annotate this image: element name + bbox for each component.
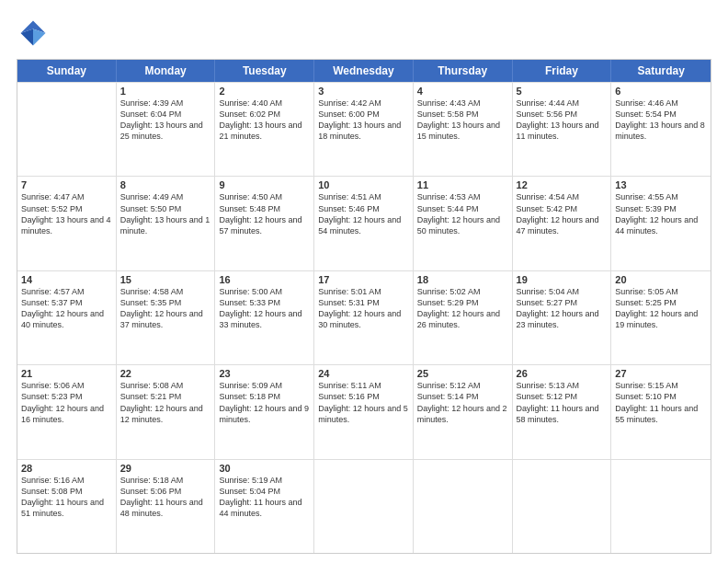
day-number: 14 (21, 274, 112, 285)
calendar-cell: 7Sunrise: 4:47 AMSunset: 5:52 PMDaylight… (17, 177, 117, 270)
calendar-week-row: 21Sunrise: 5:06 AMSunset: 5:23 PMDayligh… (17, 364, 711, 458)
calendar-cell: 15Sunrise: 4:58 AMSunset: 5:35 PMDayligh… (117, 271, 216, 364)
calendar-cell: 23Sunrise: 5:09 AMSunset: 5:18 PMDayligh… (215, 365, 314, 458)
day-number: 25 (417, 368, 508, 379)
calendar-cell: 30Sunrise: 5:19 AMSunset: 5:04 PMDayligh… (215, 460, 314, 553)
calendar-cell: 16Sunrise: 5:00 AMSunset: 5:33 PMDayligh… (215, 271, 314, 364)
calendar-cell: 19Sunrise: 5:04 AMSunset: 5:27 PMDayligh… (513, 271, 612, 364)
cell-info: Sunrise: 4:47 AMSunset: 5:52 PMDaylight:… (21, 191, 112, 236)
calendar-cell: 3Sunrise: 4:42 AMSunset: 6:00 PMDaylight… (314, 83, 414, 176)
cell-info: Sunrise: 4:58 AMSunset: 5:35 PMDaylight:… (120, 286, 211, 331)
cell-info: Sunrise: 5:01 AMSunset: 5:31 PMDaylight:… (318, 286, 409, 331)
day-number: 1 (120, 86, 211, 97)
cell-info: Sunrise: 5:18 AMSunset: 5:06 PMDaylight:… (120, 475, 211, 520)
calendar-cell: 11Sunrise: 4:53 AMSunset: 5:44 PMDayligh… (414, 177, 513, 270)
calendar-cell: 14Sunrise: 4:57 AMSunset: 5:37 PMDayligh… (17, 271, 117, 364)
day-number: 13 (615, 179, 707, 190)
calendar-cell: 6Sunrise: 4:46 AMSunset: 5:54 PMDaylight… (611, 83, 711, 176)
cell-info: Sunrise: 4:44 AMSunset: 5:56 PMDaylight:… (517, 98, 608, 143)
day-number: 3 (318, 86, 409, 97)
calendar-body: 1Sunrise: 4:39 AMSunset: 6:04 PMDaylight… (17, 82, 711, 553)
calendar-cell: 9Sunrise: 4:50 AMSunset: 5:48 PMDaylight… (215, 177, 314, 270)
day-number: 2 (219, 86, 310, 97)
cell-info: Sunrise: 5:04 AMSunset: 5:27 PMDaylight:… (517, 286, 608, 331)
cell-info: Sunrise: 4:53 AMSunset: 5:44 PMDaylight:… (417, 191, 508, 236)
calendar-week-row: 28Sunrise: 5:16 AMSunset: 5:08 PMDayligh… (17, 459, 711, 553)
day-number: 29 (120, 463, 211, 474)
calendar-cell: 25Sunrise: 5:12 AMSunset: 5:14 PMDayligh… (414, 365, 513, 458)
calendar-cell: 13Sunrise: 4:55 AMSunset: 5:39 PMDayligh… (611, 177, 711, 270)
cell-info: Sunrise: 4:43 AMSunset: 5:58 PMDaylight:… (417, 98, 508, 143)
calendar-header-cell: Monday (117, 60, 216, 82)
cell-info: Sunrise: 5:02 AMSunset: 5:29 PMDaylight:… (417, 286, 508, 331)
calendar-cell: 28Sunrise: 5:16 AMSunset: 5:08 PMDayligh… (17, 460, 117, 553)
day-number: 23 (219, 368, 310, 379)
cell-info: Sunrise: 5:05 AMSunset: 5:25 PMDaylight:… (615, 286, 707, 331)
calendar-header-cell: Sunday (17, 60, 117, 82)
logo-icon (17, 17, 50, 50)
calendar-cell: 24Sunrise: 5:11 AMSunset: 5:16 PMDayligh… (314, 365, 414, 458)
calendar-cell: 8Sunrise: 4:49 AMSunset: 5:50 PMDaylight… (117, 177, 216, 270)
calendar-cell: 29Sunrise: 5:18 AMSunset: 5:06 PMDayligh… (117, 460, 216, 553)
day-number: 12 (517, 179, 608, 190)
calendar-cell: 20Sunrise: 5:05 AMSunset: 5:25 PMDayligh… (611, 271, 711, 364)
calendar-cell: 12Sunrise: 4:54 AMSunset: 5:42 PMDayligh… (513, 177, 612, 270)
calendar-cell: 17Sunrise: 5:01 AMSunset: 5:31 PMDayligh… (314, 271, 414, 364)
calendar-cell: 10Sunrise: 4:51 AMSunset: 5:46 PMDayligh… (314, 177, 414, 270)
day-number: 27 (615, 368, 707, 379)
calendar-cell: 1Sunrise: 4:39 AMSunset: 6:04 PMDaylight… (117, 83, 216, 176)
cell-info: Sunrise: 4:50 AMSunset: 5:48 PMDaylight:… (219, 191, 310, 236)
cell-info: Sunrise: 4:51 AMSunset: 5:46 PMDaylight:… (318, 191, 409, 236)
calendar-cell: 18Sunrise: 5:02 AMSunset: 5:29 PMDayligh… (414, 271, 513, 364)
calendar-cell: 21Sunrise: 5:06 AMSunset: 5:23 PMDayligh… (17, 365, 117, 458)
cell-info: Sunrise: 4:39 AMSunset: 6:04 PMDaylight:… (120, 98, 211, 143)
day-number: 30 (219, 463, 310, 474)
logo (17, 17, 53, 50)
day-number: 8 (120, 179, 211, 190)
day-number: 22 (120, 368, 211, 379)
cell-info: Sunrise: 4:57 AMSunset: 5:37 PMDaylight:… (21, 286, 112, 331)
calendar-cell: 5Sunrise: 4:44 AMSunset: 5:56 PMDaylight… (513, 83, 612, 176)
day-number: 11 (417, 179, 508, 190)
cell-info: Sunrise: 5:11 AMSunset: 5:16 PMDaylight:… (318, 380, 409, 425)
calendar-week-row: 7Sunrise: 4:47 AMSunset: 5:52 PMDaylight… (17, 176, 711, 270)
cell-info: Sunrise: 5:16 AMSunset: 5:08 PMDaylight:… (21, 475, 112, 520)
cell-info: Sunrise: 4:55 AMSunset: 5:39 PMDaylight:… (615, 191, 707, 236)
cell-info: Sunrise: 4:46 AMSunset: 5:54 PMDaylight:… (615, 98, 707, 143)
calendar-cell: 26Sunrise: 5:13 AMSunset: 5:12 PMDayligh… (513, 365, 612, 458)
cell-info: Sunrise: 5:13 AMSunset: 5:12 PMDaylight:… (517, 380, 608, 425)
day-number: 17 (318, 274, 409, 285)
calendar-cell (611, 460, 711, 553)
day-number: 5 (517, 86, 608, 97)
day-number: 15 (120, 274, 211, 285)
day-number: 19 (517, 274, 608, 285)
day-number: 21 (21, 368, 112, 379)
cell-info: Sunrise: 5:12 AMSunset: 5:14 PMDaylight:… (417, 380, 508, 425)
day-number: 16 (219, 274, 310, 285)
calendar-week-row: 14Sunrise: 4:57 AMSunset: 5:37 PMDayligh… (17, 270, 711, 364)
calendar-cell (513, 460, 612, 553)
calendar-header-cell: Tuesday (215, 60, 314, 82)
cell-info: Sunrise: 5:06 AMSunset: 5:23 PMDaylight:… (21, 380, 112, 425)
day-number: 24 (318, 368, 409, 379)
day-number: 20 (615, 274, 707, 285)
calendar-cell: 27Sunrise: 5:15 AMSunset: 5:10 PMDayligh… (611, 365, 711, 458)
day-number: 7 (21, 179, 112, 190)
calendar-cell: 2Sunrise: 4:40 AMSunset: 6:02 PMDaylight… (215, 83, 314, 176)
calendar: SundayMondayTuesdayWednesdayThursdayFrid… (17, 59, 711, 554)
day-number: 4 (417, 86, 508, 97)
calendar-cell: 4Sunrise: 4:43 AMSunset: 5:58 PMDaylight… (414, 83, 513, 176)
calendar-header-cell: Wednesday (314, 60, 414, 82)
cell-info: Sunrise: 5:15 AMSunset: 5:10 PMDaylight:… (615, 380, 707, 425)
calendar-header: SundayMondayTuesdayWednesdayThursdayFrid… (17, 60, 711, 82)
calendar-cell: 22Sunrise: 5:08 AMSunset: 5:21 PMDayligh… (117, 365, 216, 458)
calendar-cell (17, 83, 117, 176)
cell-info: Sunrise: 4:54 AMSunset: 5:42 PMDaylight:… (517, 191, 608, 236)
cell-info: Sunrise: 4:40 AMSunset: 6:02 PMDaylight:… (219, 98, 310, 143)
day-number: 6 (615, 86, 707, 97)
calendar-header-cell: Saturday (611, 60, 711, 82)
cell-info: Sunrise: 5:09 AMSunset: 5:18 PMDaylight:… (219, 380, 310, 425)
page: SundayMondayTuesdayWednesdayThursdayFrid… (0, 0, 728, 563)
day-number: 28 (21, 463, 112, 474)
day-number: 10 (318, 179, 409, 190)
